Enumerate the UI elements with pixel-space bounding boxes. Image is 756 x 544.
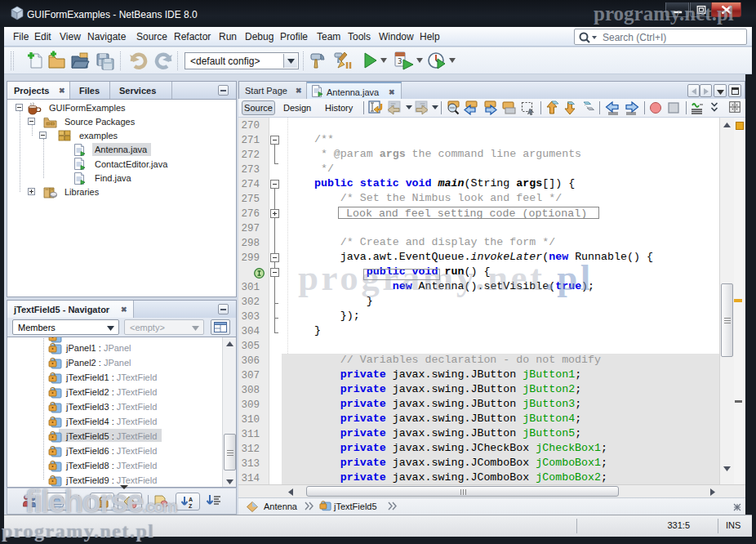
svg-text:Z: Z xyxy=(189,503,193,509)
svg-text:A: A xyxy=(189,497,193,502)
svg-text:3: 3 xyxy=(398,57,402,65)
